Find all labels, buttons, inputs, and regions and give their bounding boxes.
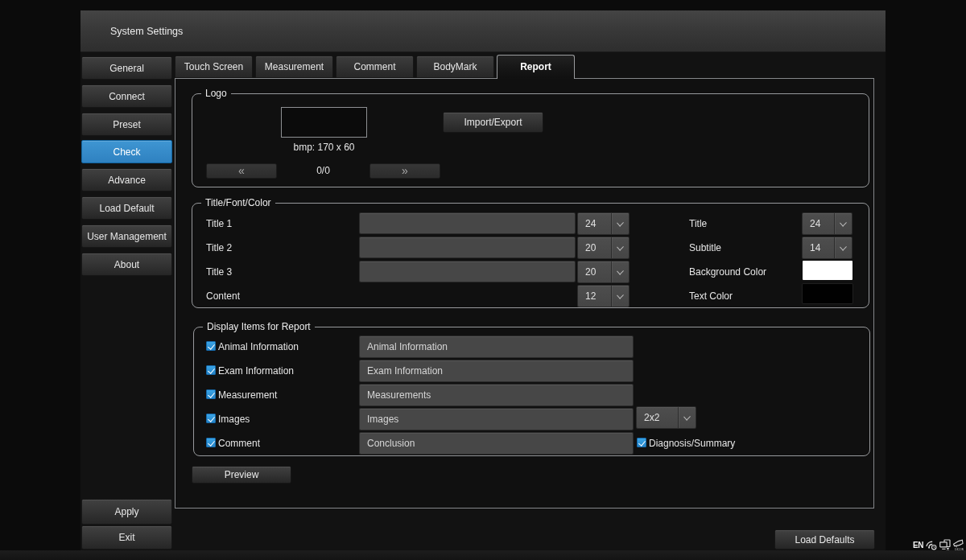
status-icons: EN DICOM [911,538,966,551]
exam-information-checkbox-label: Exam Information [218,360,294,381]
title2-label: Title 2 [206,237,232,258]
images-checkbox-label: Images [218,409,250,430]
title2-size-dropdown[interactable]: 20 [578,237,629,258]
next-icon: » [402,164,408,177]
content-label: Content [206,286,240,307]
system-settings-dialog: System Settings General Connect Preset C… [80,10,886,550]
apply-button[interactable]: Apply [81,499,172,525]
exam-information-checkbox[interactable] [206,365,216,375]
subtitle-label: Subtitle [689,237,721,258]
comment-checkbox-label: Comment [218,433,260,454]
title3-size-dropdown[interactable]: 20 [578,261,629,282]
title-label: Title [689,213,707,234]
title3-label: Title 3 [206,261,232,282]
tab-touch-screen[interactable]: Touch Screen [175,56,253,78]
chevron-down-icon[interactable] [834,237,852,258]
dialog-titlebar: System Settings [80,10,886,52]
sidebar-item-general[interactable]: General [81,56,172,80]
measurement-checkbox-label: Measurement [218,385,277,406]
chevron-down-icon[interactable] [611,213,629,234]
title1-label: Title 1 [206,213,232,234]
images-layout-dropdown[interactable]: 2x2 [637,407,696,428]
comment-input[interactable]: Conclusion [360,433,633,454]
load-defaults-button[interactable]: Load Defaults [774,529,875,550]
logo-prev-button[interactable]: « [206,163,277,179]
chevron-down-icon[interactable] [834,213,852,234]
animal-information-checkbox[interactable] [206,341,216,351]
exam-information-input[interactable]: Exam Information [360,360,633,381]
tab-bodymark[interactable]: BodyMark [416,56,494,78]
tab-measurement[interactable]: Measurement [255,56,333,78]
diagnosis-summary-label: Diagnosis/Summary [649,433,735,454]
tab-report[interactable]: Report [497,55,575,79]
background-color-swatch[interactable] [803,261,852,280]
subtitle-size-dropdown[interactable]: 14 [803,237,852,258]
dual-display-status-icon [939,539,951,550]
title1-size-dropdown[interactable]: 24 [578,213,629,234]
background-color-label: Background Color [689,261,766,282]
title3-input[interactable] [360,261,575,282]
bottom-bar [0,550,966,560]
logo-group-legend: Logo [201,88,231,100]
title-font-color-group: Title/Font/Color Title 1 Title 2 Title 3… [192,203,869,308]
content-size-dropdown[interactable]: 12 [578,286,629,307]
dicom-status-icon: DICOM [952,539,964,550]
title1-input[interactable] [360,213,575,233]
sidebar-item-connect[interactable]: Connect [81,84,172,108]
sidebar-item-check[interactable]: Check [81,140,172,163]
screen: System Settings General Connect Preset C… [0,0,966,560]
text-color-label: Text Color [689,286,733,307]
images-checkbox[interactable] [206,414,216,423]
logo-size-caption: bmp: 170 x 60 [281,142,367,153]
prev-icon: « [238,164,245,177]
sidebar-item-about[interactable]: About [81,253,172,276]
chevron-down-icon[interactable] [611,261,629,282]
sidebar-item-user-management[interactable]: User Management [81,224,172,248]
dialog-title: System Settings [110,10,183,52]
sidebar-item-preset[interactable]: Preset [81,113,172,136]
sidebar-item-load-default[interactable]: Load Default [81,196,172,220]
title-font-color-legend: Title/Font/Color [201,197,275,209]
comment-checkbox[interactable] [206,438,216,447]
exit-button[interactable]: Exit [81,525,172,550]
diagnosis-summary-checkbox[interactable] [637,438,646,447]
title-size-dropdown[interactable]: 24 [803,213,852,234]
sidebar-item-advance[interactable]: Advance [81,168,172,191]
chevron-down-icon[interactable] [611,237,629,258]
language-indicator: EN [913,541,923,550]
report-tab-panel: Logo bmp: 170 x 60 Import/Export « 0/0 »… [175,78,874,509]
wifi-status-icon [926,539,937,550]
dicom-caption: DICOM [955,548,964,550]
import-export-button[interactable]: Import/Export [443,112,543,133]
text-color-swatch[interactable] [803,284,852,303]
animal-information-input[interactable]: Animal Information [360,336,633,357]
logo-next-button[interactable]: » [369,163,440,179]
animal-information-checkbox-label: Animal Information [218,336,299,357]
tab-comment[interactable]: Comment [336,56,414,78]
display-items-group: Display Items for Report Animal Informat… [193,327,870,456]
title2-input[interactable] [360,237,575,257]
display-items-legend: Display Items for Report [203,321,315,333]
chevron-down-icon[interactable] [611,286,629,307]
chevron-down-icon[interactable] [678,407,696,428]
logo-page-indicator: 0/0 [277,163,369,179]
logo-image-box [281,107,367,138]
logo-group: Logo bmp: 170 x 60 Import/Export « 0/0 » [192,93,869,187]
preview-button[interactable]: Preview [192,466,291,484]
measurement-input[interactable]: Measurements [360,385,633,406]
measurement-checkbox[interactable] [206,389,216,399]
images-input[interactable]: Images [360,409,633,430]
